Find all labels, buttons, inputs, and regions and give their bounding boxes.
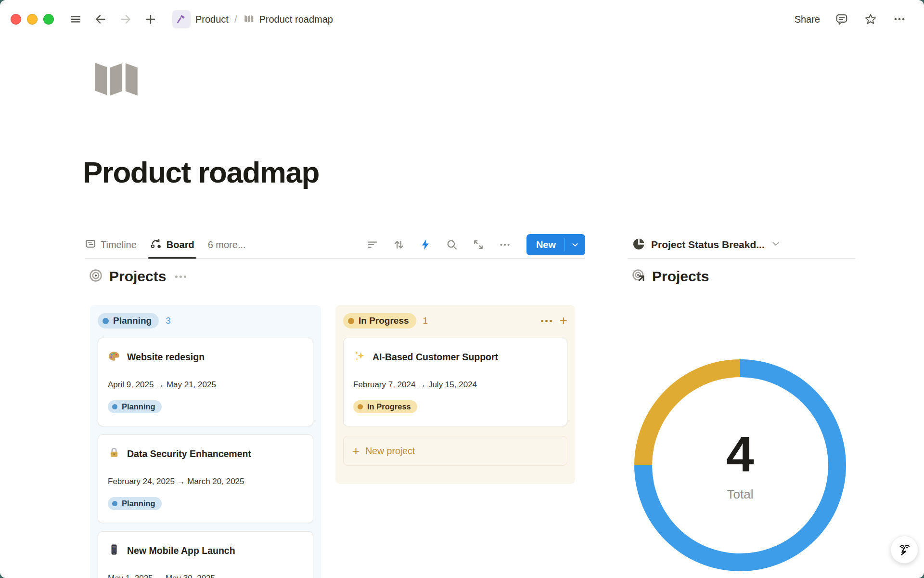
column-planning-header: Planning 3 xyxy=(98,312,313,330)
new-project-label: New project xyxy=(365,446,415,457)
comment-icon[interactable] xyxy=(834,12,849,26)
lock-icon xyxy=(108,447,120,461)
workspace-hammer-icon[interactable] xyxy=(172,10,191,28)
card-title: New Mobile App Launch xyxy=(127,545,235,556)
card-status-label: Planning xyxy=(122,402,155,411)
project-card[interactable]: AI-Based Customer Support February 7, 20… xyxy=(343,338,567,426)
donut-chart[interactable]: 4 Total xyxy=(634,359,846,571)
status-dot xyxy=(358,404,363,409)
target-link-icon xyxy=(631,268,646,285)
plus-icon: + xyxy=(352,445,359,457)
minimize-window-button[interactable] xyxy=(27,14,38,25)
card-date-range: May 1, 2025 → May 30, 2025 xyxy=(108,574,303,578)
chart-section-heading: Projects xyxy=(631,265,709,288)
breadcrumb-page[interactable]: Product roadmap xyxy=(259,14,333,25)
page-title: Product roadmap xyxy=(83,155,319,189)
project-card[interactable]: Website redesign April 9, 2025 → May 21,… xyxy=(98,338,313,426)
view-tab-bar: Timeline Board 6 more... xyxy=(85,231,585,259)
view-options-more-icon[interactable] xyxy=(498,238,512,251)
target-icon xyxy=(89,268,103,285)
card-status-tag: Planning xyxy=(108,400,162,413)
chart-selector[interactable]: Project Status Breakd... xyxy=(628,231,855,259)
mobile-phone-icon xyxy=(108,543,120,558)
chevron-down-icon[interactable] xyxy=(770,238,781,251)
new-button[interactable]: New xyxy=(526,234,585,255)
new-tab-icon[interactable] xyxy=(143,12,158,26)
tab-more-views[interactable]: 6 more... xyxy=(208,231,246,258)
card-status-tag: Planning xyxy=(108,497,162,510)
timeline-icon xyxy=(85,238,96,252)
donut-total-label: Total xyxy=(727,487,754,502)
board-section-title[interactable]: Projects xyxy=(109,268,166,285)
board-section-heading: Projects xyxy=(89,265,186,288)
menu-icon[interactable] xyxy=(68,12,83,26)
tab-board-label: Board xyxy=(167,239,194,250)
column-count: 3 xyxy=(166,315,171,326)
tab-timeline-label: Timeline xyxy=(101,239,137,250)
automation-icon[interactable] xyxy=(419,238,432,251)
forward-icon[interactable] xyxy=(118,12,133,26)
tab-timeline[interactable]: Timeline xyxy=(85,231,137,258)
card-date-range: February 24, 2025 → March 20, 2025 xyxy=(108,477,303,486)
column-add-icon[interactable]: + xyxy=(560,314,567,328)
status-dot xyxy=(112,501,117,506)
project-card[interactable]: Data Security Enhancement February 24, 2… xyxy=(98,434,313,523)
zoom-window-button[interactable] xyxy=(43,14,54,25)
card-title: Website redesign xyxy=(127,352,205,363)
new-project-button[interactable]: + New project xyxy=(343,436,567,466)
card-title: AI-Based Customer Support xyxy=(372,352,498,363)
tab-more-views-label: 6 more... xyxy=(208,239,246,250)
status-pill-label: In Progress xyxy=(359,315,409,326)
new-button-label[interactable]: New xyxy=(526,234,565,255)
chart-section-title[interactable]: Projects xyxy=(652,268,709,285)
top-bar: Product / Product roadmap Share xyxy=(0,0,924,39)
column-count: 1 xyxy=(423,315,428,326)
column-planning: Planning 3 Website redesign April 9, 202… xyxy=(90,305,321,578)
new-button-chevron-icon[interactable] xyxy=(565,234,585,255)
breadcrumb-workspace[interactable]: Product xyxy=(195,14,229,25)
breadcrumb-separator: / xyxy=(233,14,238,25)
search-icon[interactable] xyxy=(445,238,459,251)
breadcrumb-map-icon xyxy=(243,13,255,26)
chart-selector-label[interactable]: Project Status Breakd... xyxy=(651,239,765,250)
card-date-range: February 7, 2024 → July 15, 2024 xyxy=(353,380,557,390)
board-icon xyxy=(150,237,162,252)
more-icon[interactable] xyxy=(892,12,907,26)
status-dot xyxy=(348,318,354,324)
card-status-tag: In Progress xyxy=(353,400,417,413)
status-pill-label: Planning xyxy=(113,315,152,326)
close-window-button[interactable] xyxy=(11,14,21,25)
app-window: Product / Product roadmap Share xyxy=(0,0,924,578)
page-map-icon[interactable] xyxy=(87,54,147,101)
back-icon[interactable] xyxy=(93,12,108,26)
column-in-progress: In Progress 1 + AI-Based Customer Suppor… xyxy=(335,305,575,484)
pie-icon xyxy=(632,237,645,252)
status-pill-in-progress[interactable]: In Progress xyxy=(343,313,416,328)
doodle-face-badge[interactable] xyxy=(890,536,918,564)
card-status-label: Planning xyxy=(122,499,155,508)
donut-center: 4 Total xyxy=(634,359,846,571)
card-date-range: April 9, 2025 → May 21, 2025 xyxy=(108,380,303,390)
card-status-label: In Progress xyxy=(367,402,411,411)
column-in-progress-header: In Progress 1 + xyxy=(343,312,567,330)
column-more-icon[interactable] xyxy=(541,320,552,322)
sort-icon[interactable] xyxy=(392,238,406,251)
status-dot xyxy=(112,404,117,409)
star-icon[interactable] xyxy=(863,12,878,26)
breadcrumb: Product / Product roadmap xyxy=(172,10,333,28)
filter-icon[interactable] xyxy=(366,238,379,251)
status-pill-planning[interactable]: Planning xyxy=(98,313,159,328)
window-controls xyxy=(11,14,54,25)
expand-icon[interactable] xyxy=(472,238,485,251)
card-title: Data Security Enhancement xyxy=(127,448,251,460)
donut-total-value: 4 xyxy=(726,429,754,479)
palette-icon xyxy=(108,350,120,365)
share-button[interactable]: Share xyxy=(795,14,820,25)
section-more-icon[interactable] xyxy=(175,276,186,278)
tab-board[interactable]: Board xyxy=(150,231,194,258)
sparkles-icon xyxy=(353,350,366,365)
status-dot xyxy=(103,318,109,324)
project-card[interactable]: New Mobile App Launch May 1, 2025 → May … xyxy=(98,531,313,578)
